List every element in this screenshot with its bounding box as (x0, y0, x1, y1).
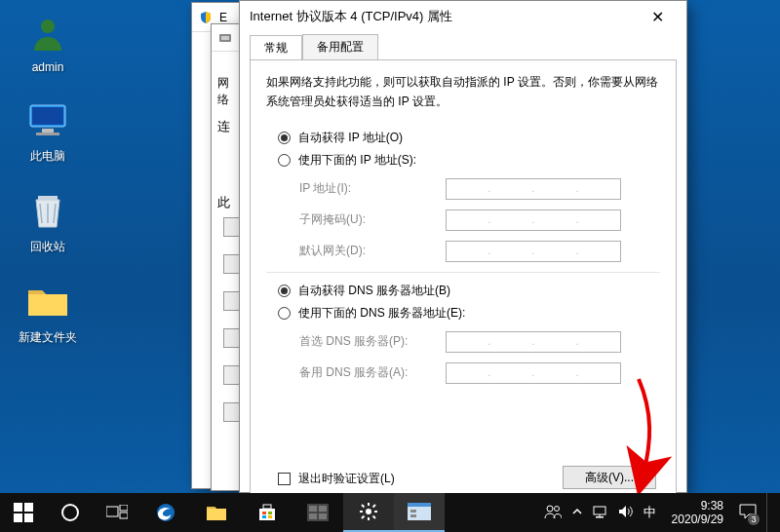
ethernet-icon (217, 30, 233, 46)
taskbar: 中 9:38 2020/9/29 3 (0, 493, 780, 532)
dialog-title: Internet 协议版本 4 (TCP/IPv4) 属性 (250, 8, 638, 25)
taskbar-app-store[interactable] (242, 493, 292, 532)
dialog-tabs: 常规 备用配置 (240, 34, 686, 59)
taskbar-app-file-explorer[interactable] (191, 493, 242, 532)
field-label: IP 地址(I): (299, 180, 446, 197)
svg-rect-9 (106, 507, 118, 516)
advanced-button[interactable]: 高级(V)... (563, 466, 656, 489)
dialog-description: 如果网络支持此功能，则可以获取自动指派的 IP 设置。否则，你需要从网络系统管理… (266, 72, 660, 112)
svg-rect-2 (32, 107, 63, 125)
task-view-button[interactable] (94, 493, 140, 532)
clock-time: 9:38 (672, 499, 723, 513)
svg-rect-34 (408, 503, 431, 507)
svg-rect-16 (268, 512, 272, 514)
ip-address-input[interactable]: ... (446, 178, 621, 200)
radio-label: 使用下面的 DNS 服务器地址(E): (298, 305, 465, 322)
radio-obtain-ip-auto[interactable]: 自动获得 IP 地址(O) (278, 130, 660, 146)
field-label: 首选 DNS 服务器(P): (299, 333, 446, 350)
desktop-icon-label: 新建文件夹 (10, 329, 86, 346)
svg-rect-21 (319, 506, 327, 512)
action-center-icon[interactable]: 3 (739, 504, 757, 522)
svg-line-31 (362, 516, 365, 519)
desktop-icon-user[interactable]: admin (10, 10, 86, 74)
ip-radio-group: 自动获得 IP 地址(O) 使用下面的 IP 地址(S): IP 地址(I): … (266, 130, 660, 262)
network-icon[interactable] (593, 505, 608, 521)
svg-point-38 (554, 506, 559, 511)
radio-icon (278, 285, 291, 297)
tab-label-fragment: 网络 (217, 75, 237, 108)
show-desktop-button[interactable] (766, 493, 772, 532)
svg-rect-10 (120, 505, 128, 511)
field-label: 备用 DNS 服务器(A): (299, 364, 446, 381)
radio-use-dns-manual[interactable]: 使用下面的 DNS 服务器地址(E): (278, 305, 660, 322)
radio-icon (278, 132, 291, 144)
svg-rect-40 (596, 516, 604, 518)
desktop-icon-label: 回收站 (10, 239, 86, 255)
start-button[interactable] (0, 493, 47, 532)
svg-point-37 (547, 506, 553, 512)
svg-rect-4 (36, 133, 59, 135)
volume-icon[interactable] (618, 505, 634, 521)
checkbox-label: 退出时验证设置(L) (298, 471, 395, 487)
taskbar-app-control-panel[interactable] (394, 493, 445, 532)
taskbar-app-settings[interactable] (343, 493, 394, 532)
svg-line-32 (373, 505, 376, 508)
dialog-titlebar[interactable]: Internet 协议版本 4 (TCP/IPv4) 属性 ✕ (240, 1, 686, 32)
ipv4-properties-dialog: Internet 协议版本 4 (TCP/IPv4) 属性 ✕ 常规 备用配置 … (239, 0, 687, 493)
people-icon[interactable] (544, 504, 562, 522)
desktop-icon-new-folder[interactable]: 新建文件夹 (10, 279, 86, 346)
desktop-icon-this-pc[interactable]: 此电脑 (10, 97, 86, 165)
svg-rect-11 (120, 513, 128, 518)
section-label-fragment: 此 (217, 194, 237, 211)
tray-chevron-icon[interactable] (571, 506, 583, 520)
tab-alternate[interactable]: 备用配置 (302, 34, 378, 59)
svg-point-8 (62, 505, 78, 520)
svg-rect-20 (309, 506, 317, 512)
radio-icon (278, 307, 291, 320)
desktop-icon-label: admin (10, 60, 86, 74)
close-button[interactable]: ✕ (638, 8, 677, 26)
field-label: 默认网关(D): (299, 243, 446, 259)
windows-logo-icon (14, 503, 33, 522)
subnet-mask-input[interactable]: ... (446, 209, 621, 231)
tab-general[interactable]: 常规 (250, 35, 302, 60)
cortana-button[interactable] (47, 493, 94, 532)
alternate-dns-input[interactable]: ... (446, 362, 621, 384)
taskbar-app-server-manager[interactable] (292, 493, 343, 532)
radio-label: 使用下面的 IP 地址(S): (298, 152, 416, 169)
preferred-dns-input[interactable]: ... (446, 331, 621, 353)
taskbar-clock[interactable]: 9:38 2020/9/29 (666, 499, 729, 527)
taskbar-app-edge[interactable] (140, 493, 191, 532)
clock-date: 2020/9/29 (672, 513, 723, 526)
svg-line-30 (373, 516, 376, 519)
radio-obtain-dns-auto[interactable]: 自动获得 DNS 服务器地址(B) (278, 283, 660, 299)
svg-rect-22 (309, 513, 317, 519)
system-tray: 中 9:38 2020/9/29 3 (544, 493, 780, 532)
radio-label: 自动获得 IP 地址(O) (298, 130, 403, 146)
svg-point-24 (366, 509, 371, 514)
svg-rect-23 (319, 513, 327, 519)
svg-rect-3 (42, 129, 54, 133)
field-preferred-dns: 首选 DNS 服务器(P): ... (278, 331, 660, 353)
desktop-icon-grid: admin 此电脑 回收站 新建文件夹 (10, 10, 86, 369)
svg-line-29 (362, 505, 365, 508)
field-alternate-dns: 备用 DNS 服务器(A): ... (278, 362, 660, 384)
desktop-icon-recycle-bin[interactable]: 回收站 (10, 188, 86, 255)
field-subnet-mask: 子网掩码(U): ... (278, 209, 660, 231)
desktop-icon-label: 此电脑 (10, 148, 86, 165)
validate-on-exit-checkbox[interactable]: 退出时验证设置(L) (278, 471, 395, 487)
svg-rect-35 (410, 510, 416, 513)
dns-radio-group: 自动获得 DNS 服务器地址(B) 使用下面的 DNS 服务器地址(E): 首选… (266, 283, 660, 384)
svg-rect-18 (268, 515, 272, 518)
svg-point-0 (41, 19, 55, 33)
svg-rect-17 (262, 515, 266, 518)
svg-rect-15 (262, 512, 266, 514)
window-title-fragment: E (219, 11, 227, 24)
default-gateway-input[interactable]: ... (446, 241, 621, 262)
ime-indicator[interactable]: 中 (644, 504, 656, 521)
radio-use-ip-manual[interactable]: 使用下面的 IP 地址(S): (278, 152, 660, 169)
svg-rect-39 (594, 507, 605, 514)
section-label-fragment: 连 (217, 118, 237, 135)
field-ip-address: IP 地址(I): ... (278, 178, 660, 200)
desktop: admin 此电脑 回收站 新建文件夹 E (0, 0, 780, 532)
